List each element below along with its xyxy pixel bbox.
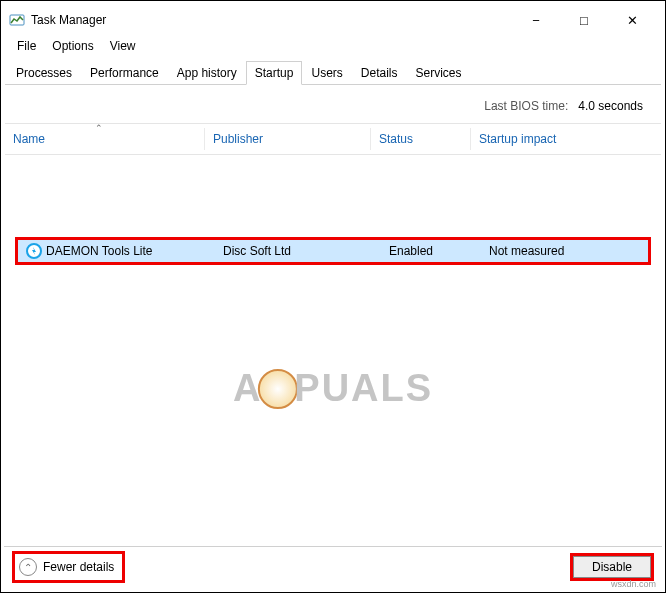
list-header: ⌃ Name Publisher Status Startup impact	[5, 123, 661, 155]
close-button[interactable]: ✕	[617, 9, 647, 31]
table-row[interactable]: DAEMON Tools Lite Disc Soft Ltd Enabled …	[18, 240, 648, 262]
disable-button-highlight: Disable	[570, 553, 654, 581]
minimize-button[interactable]: −	[521, 9, 551, 31]
menu-options[interactable]: Options	[46, 37, 99, 55]
tab-details[interactable]: Details	[352, 61, 407, 84]
tab-performance[interactable]: Performance	[81, 61, 168, 84]
daemon-tools-icon	[26, 243, 42, 259]
highlight-annotation: DAEMON Tools Lite Disc Soft Ltd Enabled …	[15, 237, 651, 265]
tab-services[interactable]: Services	[407, 61, 471, 84]
menu-bar: File Options View	[5, 35, 661, 61]
column-header-publisher[interactable]: Publisher	[205, 128, 371, 150]
column-header-name[interactable]: Name	[5, 128, 205, 150]
tab-app-history[interactable]: App history	[168, 61, 246, 84]
cell-impact: Not measured	[481, 244, 601, 258]
tab-strip: Processes Performance App history Startu…	[5, 61, 661, 85]
menu-view[interactable]: View	[104, 37, 142, 55]
cell-name: DAEMON Tools Lite	[18, 243, 215, 259]
tab-users[interactable]: Users	[302, 61, 351, 84]
list-body: DAEMON Tools Lite Disc Soft Ltd Enabled …	[5, 237, 661, 557]
cell-publisher: Disc Soft Ltd	[215, 244, 381, 258]
bios-time-row: Last BIOS time: 4.0 seconds	[5, 85, 661, 123]
watermark: A PUALS	[233, 367, 433, 410]
app-icon	[9, 12, 25, 28]
bios-time-label: Last BIOS time:	[484, 99, 568, 113]
column-header-startup-impact[interactable]: Startup impact	[471, 128, 591, 150]
watermark-logo-icon	[258, 369, 298, 409]
chevron-up-icon: ⌃	[19, 558, 37, 576]
watermark-left: A	[233, 367, 262, 410]
cell-name-text: DAEMON Tools Lite	[46, 244, 152, 258]
menu-file[interactable]: File	[11, 37, 42, 55]
credit-text: wsxdn.com	[611, 579, 656, 589]
window-title: Task Manager	[31, 13, 106, 27]
maximize-button[interactable]: □	[569, 9, 599, 31]
sort-indicator-icon: ⌃	[95, 123, 103, 133]
disable-button[interactable]: Disable	[573, 556, 651, 578]
fewer-details-button[interactable]: ⌃ Fewer details	[12, 551, 125, 583]
cell-status: Enabled	[381, 244, 481, 258]
tab-startup[interactable]: Startup	[246, 61, 303, 85]
column-header-status[interactable]: Status	[371, 128, 471, 150]
tab-processes[interactable]: Processes	[7, 61, 81, 84]
window-controls: − □ ✕	[521, 9, 657, 31]
fewer-details-label: Fewer details	[43, 560, 114, 574]
bios-time-value: 4.0 seconds	[578, 99, 643, 113]
title-bar: Task Manager − □ ✕	[5, 5, 661, 35]
footer-bar: ⌃ Fewer details Disable wsxdn.com	[4, 545, 662, 589]
watermark-right: PUALS	[294, 367, 433, 410]
